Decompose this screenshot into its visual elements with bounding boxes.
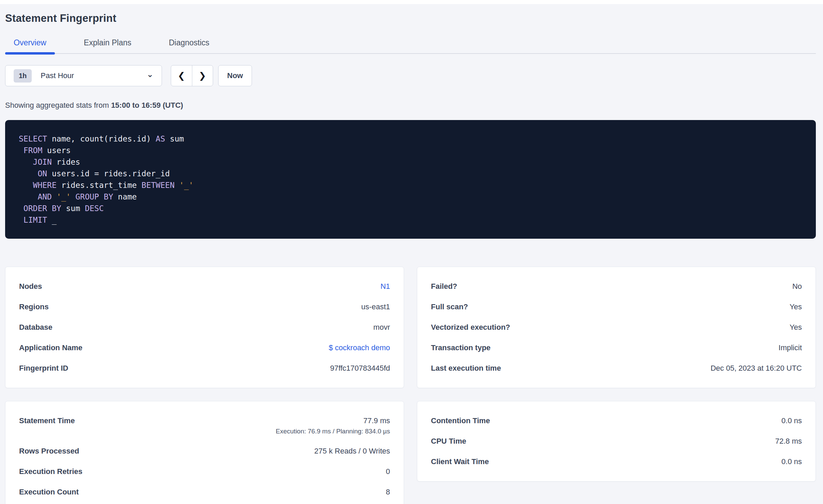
chevron-down-icon: ⌄ — [147, 70, 153, 78]
sql-token-kw: GROUP BY — [75, 192, 113, 201]
sql-token-kw: ON — [38, 169, 47, 178]
stat-row: Client Wait Time0.0 ns — [431, 451, 802, 472]
aggregated-stats-note: Showing aggregated stats from 15:00 to 1… — [5, 101, 816, 110]
stat-value-block: No — [792, 282, 802, 291]
stat-value: 275 k Reads / 0 Writes — [314, 447, 390, 456]
sql-token-pl — [175, 181, 179, 190]
sql-token-kw: WHERE — [33, 181, 57, 190]
stat-value-block: 97ffc170783445fd — [330, 364, 390, 373]
sql-token-pl — [19, 204, 24, 213]
sql-line: LIMIT _ — [19, 214, 802, 226]
stat-value: 77.9 ms — [276, 416, 390, 425]
stat-value: 0.0 ns — [781, 416, 802, 425]
stat-label: Nodes — [19, 282, 42, 291]
stat-value: us-east1 — [361, 302, 390, 311]
interval-badge: 1h — [14, 69, 32, 83]
sql-token-kw: SELECT — [19, 134, 47, 143]
stat-value-block: 8 — [386, 488, 390, 496]
stat-label: Fingerprint ID — [19, 364, 68, 373]
stat-value: 97ffc170783445fd — [330, 364, 390, 373]
sql-token-pl — [19, 169, 38, 178]
stat-value: 0 — [386, 467, 390, 476]
stat-value-block: Yes — [790, 302, 802, 311]
stat-value-block: 0.0 ns — [781, 457, 802, 466]
tab-bar: Overview Explain Plans Diagnostics — [5, 38, 816, 54]
statement-details-card: NodesN1Regionsus-east1DatabasemovrApplic… — [5, 267, 404, 388]
stat-row: NodesN1 — [19, 276, 390, 297]
sql-token-str: '_' — [57, 192, 71, 201]
statement-timing-card: Statement Time77.9 msExecution: 76.9 ms … — [5, 401, 404, 504]
stat-label: Statement Time — [19, 416, 75, 425]
stat-label: Application Name — [19, 343, 83, 352]
stat-row: Execution Count8 — [19, 482, 390, 502]
stat-row: Statement Time77.9 msExecution: 76.9 ms … — [19, 411, 390, 441]
stat-value-block: Dec 05, 2023 at 16:20 UTC — [710, 364, 802, 373]
time-range-dropdown[interactable]: 1h Past Hour ⌄ — [5, 65, 162, 86]
chevron-right-icon: ❯ — [199, 71, 206, 81]
sql-token-pl — [52, 192, 57, 201]
stat-row: CPU Time72.8 ms — [431, 431, 802, 451]
next-time-range-button[interactable]: ❯ — [192, 65, 213, 86]
stat-value: Implicit — [779, 343, 802, 352]
sql-token-pl: rides — [52, 158, 80, 166]
sql-token-pl: rides.start_time — [57, 181, 141, 190]
stat-label: Rows Processed — [19, 447, 79, 456]
stat-value-link[interactable]: N1 — [380, 282, 390, 291]
sql-line: ORDER BY sum DESC — [19, 203, 802, 214]
stat-row: Regionsus-east1 — [19, 297, 390, 317]
sql-token-pl: users.id = rides.rider_id — [47, 169, 170, 178]
stat-value-block: N1 — [380, 282, 390, 291]
stat-value: 72.8 ms — [775, 437, 802, 446]
sql-token-kw: FROM — [24, 146, 42, 155]
stat-subvalue: Execution: 76.9 ms / Planning: 834.0 µs — [276, 428, 390, 435]
tab-overview[interactable]: Overview — [5, 38, 55, 53]
previous-time-range-button[interactable]: ❮ — [171, 65, 192, 86]
chevron-left-icon: ❮ — [178, 71, 185, 81]
stat-row: Rows Processed275 k Reads / 0 Writes — [19, 441, 390, 461]
stat-label: Client Wait Time — [431, 457, 489, 466]
stat-value-block: us-east1 — [361, 302, 390, 311]
wait-time-card: Contention Time0.0 nsCPU Time72.8 msClie… — [417, 401, 816, 481]
sql-token-kw: JOIN — [33, 158, 52, 166]
summary-cards: NodesN1Regionsus-east1DatabasemovrApplic… — [5, 267, 816, 504]
stat-value: Yes — [790, 323, 802, 332]
stat-value-block: $ cockroach demo — [329, 343, 390, 352]
stat-row: Execution Retries0 — [19, 461, 390, 482]
now-button[interactable]: Now — [218, 65, 252, 86]
stat-row: Application Name$ cockroach demo — [19, 338, 390, 358]
sql-token-pl: name, count(rides.id) — [47, 134, 156, 143]
stat-value-block: 77.9 msExecution: 76.9 ms / Planning: 83… — [276, 416, 390, 435]
sql-line: ON users.id = rides.rider_id — [19, 168, 802, 179]
page-title: Statement Fingerprint — [5, 12, 816, 25]
execution-attributes-card: Failed?NoFull scan?YesVectorized executi… — [417, 267, 816, 388]
sql-token-pl: _ — [47, 216, 57, 224]
sql-token-kw: AND — [38, 192, 52, 201]
tab-explain-plans[interactable]: Explain Plans — [75, 38, 140, 53]
time-range-pager: ❮ ❯ — [171, 65, 213, 86]
stat-row: Databasemovr — [19, 317, 390, 338]
sql-token-kw: BETWEEN — [141, 181, 175, 190]
stat-row: Fingerprint ID97ffc170783445fd — [19, 358, 390, 379]
stat-value-block: Yes — [790, 323, 802, 332]
stat-value-block: 0 — [386, 467, 390, 476]
sql-token-pl — [19, 158, 33, 166]
stat-value-link[interactable]: $ cockroach demo — [329, 343, 390, 352]
tab-diagnostics[interactable]: Diagnostics — [160, 38, 218, 53]
sql-line: JOIN rides — [19, 156, 802, 168]
stat-value: Dec 05, 2023 at 16:20 UTC — [710, 364, 802, 373]
stat-label: Regions — [19, 302, 49, 311]
stat-label: Transaction type — [431, 343, 491, 352]
stat-label: Contention Time — [431, 416, 490, 425]
stat-label: Last execution time — [431, 364, 501, 373]
stat-label: Vectorized execution? — [431, 323, 510, 332]
stat-value: 8 — [386, 488, 390, 496]
stat-value: 0.0 ns — [781, 457, 802, 466]
stat-value-block: 72.8 ms — [775, 437, 802, 446]
sql-token-kw: AS — [156, 134, 165, 143]
sql-token-pl: users — [42, 146, 71, 155]
stat-value: No — [792, 282, 802, 291]
sql-token-kw: DESC — [85, 204, 104, 213]
time-range-selected-value: Past Hour — [41, 71, 147, 80]
top-strip — [0, 0, 823, 4]
sql-token-pl — [19, 192, 38, 201]
